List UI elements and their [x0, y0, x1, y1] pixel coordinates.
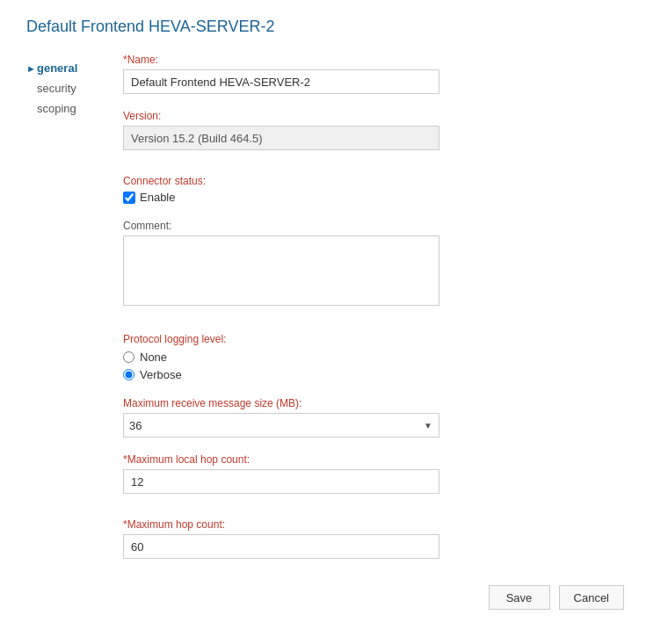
button-row: Save Cancel — [123, 585, 642, 610]
page-title: Default Frontend HEVA-SERVER-2 — [26, 18, 642, 36]
name-input[interactable] — [123, 69, 439, 94]
radio-none-label: None — [140, 351, 167, 364]
sidebar-item-security[interactable]: ► security — [26, 78, 105, 98]
sidebar-item-scoping-label: scoping — [37, 102, 76, 115]
connector-status-label: Connector status: — [123, 175, 642, 187]
comment-group: Comment: — [123, 220, 642, 308]
max-hop-label: *Maximum hop count: — [123, 518, 642, 531]
name-group: *Name: — [123, 54, 642, 94]
sidebar-item-general-label: general — [37, 62, 77, 75]
name-label: *Name: — [123, 54, 642, 66]
radio-none[interactable] — [123, 351, 134, 363]
radio-verbose-label: Verbose — [140, 368, 182, 381]
comment-textarea[interactable] — [123, 235, 439, 306]
max-receive-group: Maximum receive message size (MB): 36 64… — [123, 397, 642, 438]
version-label: Version: — [123, 110, 642, 122]
max-local-hop-label: *Maximum local hop count: — [123, 453, 642, 466]
radio-verbose-row: Verbose — [123, 368, 642, 381]
max-local-hop-group: *Maximum local hop count: — [123, 453, 642, 494]
enable-checkbox-row: Enable — [123, 191, 642, 204]
version-group: Version: — [123, 110, 642, 150]
enable-label: Enable — [140, 191, 175, 204]
main-content: *Name: Version: Connector status: Enable… — [105, 54, 642, 610]
connector-status-group: Connector status: Enable — [123, 175, 642, 204]
sidebar: ► general ► security ► scoping — [26, 54, 105, 610]
arrow-icon: ► — [26, 63, 37, 74]
max-local-hop-input[interactable] — [123, 469, 439, 494]
sidebar-item-general[interactable]: ► general — [26, 58, 105, 78]
cancel-button[interactable]: Cancel — [559, 585, 624, 610]
protocol-logging-label: Protocol logging level: — [123, 333, 642, 345]
protocol-logging-group: Protocol logging level: None Verbose — [123, 333, 642, 381]
max-hop-input[interactable] — [123, 534, 439, 559]
radio-none-row: None — [123, 351, 642, 364]
sidebar-item-security-label: security — [37, 82, 76, 95]
max-hop-group: *Maximum hop count: — [123, 518, 642, 559]
save-button[interactable]: Save — [489, 585, 550, 610]
sidebar-item-scoping[interactable]: ► scoping — [26, 98, 105, 119]
max-receive-label: Maximum receive message size (MB): — [123, 397, 642, 409]
layout: ► general ► security ► scoping *Name: Ve… — [26, 54, 642, 610]
radio-verbose[interactable] — [123, 369, 134, 380]
comment-label: Comment: — [123, 220, 642, 232]
max-receive-select-wrapper: 36 64 128 — [123, 413, 439, 438]
radio-group: None Verbose — [123, 351, 642, 381]
enable-checkbox[interactable] — [123, 192, 135, 204]
version-input — [123, 126, 439, 150]
max-receive-select[interactable]: 36 64 128 — [123, 413, 439, 438]
page-container: Default Frontend HEVA-SERVER-2 ► general… — [0, 0, 668, 644]
